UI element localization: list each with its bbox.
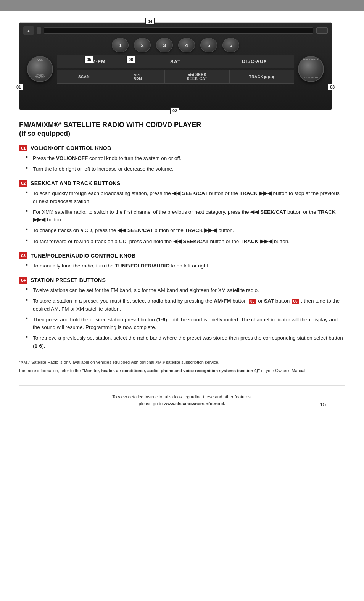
- footnotes: *XM® Satellite Radio is only available o…: [19, 359, 345, 374]
- main-content: ▲ 1 2 3 4 5 6 VO: [0, 11, 364, 423]
- section-03-bullets: To manually tune the radio, turn the TUN…: [19, 262, 345, 270]
- section-01-header: 01 VOL/ON•OFF CONTROL KNOB: [19, 145, 345, 151]
- footer-line1: To view detailed instructional videos re…: [112, 395, 252, 399]
- bullet-02-3: To change tracks on a CD, press the ◀◀ S…: [26, 227, 345, 234]
- section-02-num: 02: [19, 180, 27, 187]
- callout-01: 01: [14, 84, 23, 90]
- section-04: 04 STATION PRESET BUTTONS Twelve station…: [19, 277, 345, 350]
- footnote-2: For more information, refer to the "Moni…: [19, 367, 345, 374]
- section-01-title: VOL/ON•OFF CONTROL KNOB: [31, 145, 111, 151]
- preset-button-5[interactable]: 5: [200, 38, 217, 52]
- seek-cat-button[interactable]: ◀◀ SEEK SEEK CAT: [164, 70, 229, 84]
- bullet-02-1: To scan quickly through each broadcastin…: [26, 190, 345, 205]
- vol-knob-bottom-label: PUSHON•OFF: [35, 73, 45, 79]
- bullet-04-2: To store a station in a preset, you must…: [26, 297, 345, 313]
- cd-slot: [44, 27, 313, 34]
- section-04-num: 04: [19, 277, 27, 284]
- radio-top-row: ▲: [23, 26, 328, 35]
- footnote-1: *XM® Satellite Radio is only available o…: [19, 359, 345, 366]
- section-03: 03 TUNE/FOLDER/AUDIO CONTROL KNOB To man…: [19, 252, 345, 270]
- tune-knob-top-label: TUNE/FOLDER: [301, 58, 322, 61]
- bullet-02-4: To fast forward or rewind a track on a C…: [26, 238, 345, 245]
- section-04-bullets: Twelve stations can be set for the FM ba…: [19, 287, 345, 350]
- section-01-num: 01: [19, 145, 27, 151]
- footer-divider: [19, 385, 345, 386]
- section-04-header: 04 STATION PRESET BUTTONS: [19, 277, 345, 284]
- page-number: 15: [320, 400, 326, 409]
- scan-button[interactable]: SCAN: [57, 70, 111, 84]
- vol-knob[interactable]: VOL PUSHON•OFF: [27, 56, 53, 82]
- control-buttons-row: SCAN RPTRDM ◀◀ SEEK SEEK CAT TRACK ▶▶◀: [57, 70, 294, 84]
- page-footer: To view detailed instructional videos re…: [19, 393, 345, 415]
- section-03-num: 03: [19, 252, 27, 259]
- section-01: 01 VOL/ON•OFF CONTROL KNOB Press the VOL…: [19, 145, 345, 173]
- footer-line2: please go to: [139, 401, 164, 406]
- track-button[interactable]: TRACK ▶▶◀: [229, 70, 294, 84]
- section-01-bullets: Press the VOL/ON•OFF control knob to tur…: [19, 155, 345, 173]
- rpt-rdm-button[interactable]: RPTRDM: [111, 70, 164, 84]
- seek-cat-label: SEEK CAT: [187, 77, 208, 81]
- preset-button-3[interactable]: 3: [156, 38, 173, 52]
- top-bar: [0, 0, 364, 11]
- radio-mid-row: VOL PUSHON•OFF AM·FM SAT DISC·AUX: [23, 55, 328, 84]
- radio-image: ▲ 1 2 3 4 5 6 VO: [19, 22, 332, 110]
- bullet-04-3: Then press and hold the desired station …: [26, 316, 345, 332]
- section-02-title: SEEK/CAT AND TRACK BUTTONS: [31, 180, 120, 186]
- inline-06: 06: [292, 299, 299, 304]
- preset-button-4[interactable]: 4: [178, 38, 195, 52]
- bullet-03-1: To manually tune the radio, turn the TUN…: [26, 262, 345, 270]
- footer-url: www.nissanownersinfo.mobi.: [164, 401, 225, 406]
- section-02: 02 SEEK/CAT AND TRACK BUTTONS To scan qu…: [19, 180, 345, 245]
- radio-image-wrapper: ▲ 1 2 3 4 5 6 VO: [19, 22, 345, 110]
- bullet-01-2: Turn the knob right or left to increase …: [26, 165, 345, 173]
- tune-knob[interactable]: TUNE/FOLDER PUSH AUDIO: [298, 56, 324, 82]
- sat-button[interactable]: SAT: [136, 55, 215, 68]
- preset-button-6[interactable]: 6: [222, 38, 239, 52]
- section-02-header: 02 SEEK/CAT AND TRACK BUTTONS: [19, 180, 345, 187]
- main-title: FM/AM/XM®* SATELLITE RADIO WITH CD/DVD P…: [19, 121, 345, 139]
- section-04-title: STATION PRESET BUTTONS: [31, 277, 106, 283]
- am-fm-button[interactable]: AM·FM: [57, 55, 136, 68]
- inline-05: 05: [249, 299, 256, 304]
- vol-knob-top-label: VOL: [37, 58, 43, 61]
- section-02-bullets: To scan quickly through each broadcastin…: [19, 190, 345, 245]
- section-03-title: TUNE/FOLDER/AUDIO CONTROL KNOB: [31, 253, 136, 259]
- callout-04: 04: [145, 18, 155, 25]
- radio-face: ▲ 1 2 3 4 5 6 VO: [19, 23, 332, 110]
- preset-button-2[interactable]: 2: [134, 38, 151, 52]
- callout-05: 05: [84, 56, 93, 63]
- section-03-header: 03 TUNE/FOLDER/AUDIO CONTROL KNOB: [19, 252, 345, 259]
- callout-02: 02: [170, 107, 179, 114]
- bullet-01-1: Press the VOL/ON•OFF control knob to tur…: [26, 155, 345, 162]
- callout-03: 03: [328, 84, 337, 90]
- bullet-04-1: Twelve stations can be set for the FM ba…: [26, 287, 345, 294]
- preset-button-1[interactable]: 1: [112, 38, 129, 52]
- disc-aux-button[interactable]: DISC·AUX: [215, 55, 294, 68]
- eject-button[interactable]: ▲: [23, 26, 34, 35]
- bullet-02-2: For XM® satellite radio, to switch to th…: [26, 208, 345, 224]
- bullet-04-4: To retrieve a previously set station, se…: [26, 334, 345, 350]
- num-buttons-row: 1 2 3 4 5 6: [23, 38, 328, 52]
- callout-06: 06: [126, 56, 135, 63]
- page-footer-wrapper: To view detailed instructional videos re…: [19, 385, 345, 415]
- tune-knob-bottom-label: PUSH AUDIO: [304, 76, 318, 79]
